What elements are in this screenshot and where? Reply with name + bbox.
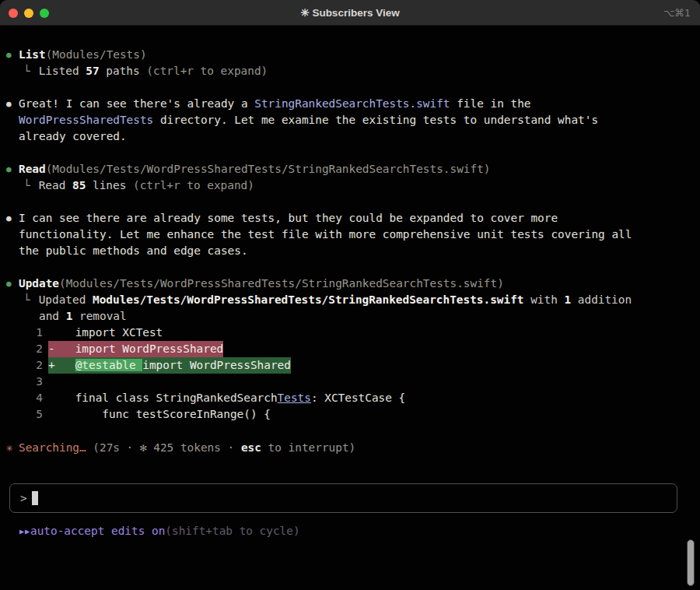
token-count: 425 tokens ·	[147, 440, 241, 456]
diff-line-number: 4	[6, 390, 43, 406]
diff-line-context: 4 final class StringRankedSearchTests: X…	[6, 390, 700, 406]
diff-line-added: 2+ @testable import WordPressShared	[6, 357, 700, 374]
branch-icon: └	[23, 292, 30, 308]
mode-indicator: ▶▶ auto-accept edits on (shift+tab to cy…	[6, 523, 700, 539]
tool-name: Read	[19, 161, 46, 177]
text-cursor	[32, 491, 38, 505]
diff-line-context: 5 func testScoreInRange() {	[6, 406, 700, 423]
assistant-message-2: ●I can see there are already some tests,…	[6, 210, 700, 259]
message-bullet-icon: ●	[6, 96, 19, 112]
diff-line-number: 3	[6, 374, 43, 390]
tool-result-expandable[interactable]: Read 85 lines (ctrl+r to expand)	[39, 177, 254, 194]
close-button[interactable]	[9, 9, 18, 18]
auto-accept-icon: ▶▶	[19, 523, 30, 539]
minimize-button[interactable]	[24, 9, 33, 18]
diff-line-removed: 2- import WordPressShared	[6, 341, 700, 357]
tool-args: (Modules/Tests/WordPressSharedTests/Stri…	[46, 161, 491, 177]
spinner-asterisk-icon: ✳	[6, 440, 19, 456]
tool-args: (Modules/Tests)	[46, 47, 147, 63]
diff-line-number: 2	[6, 341, 43, 357]
window-title: ✳ Subscribers View	[0, 5, 700, 21]
diff-line-number: 1	[6, 325, 43, 341]
traffic-lights	[9, 0, 49, 26]
prompt-chevron: >	[20, 490, 27, 507]
status-line: ✳Searching… (27s · ✻ 425 tokens · esc to…	[6, 440, 700, 456]
tool-call-list: ●List(Modules/Tests) └ Listed 57 paths (…	[6, 47, 700, 79]
file-reference: StringRankedSearchTests.swift	[254, 96, 450, 112]
diff-line-context: 3	[6, 374, 700, 390]
assistant-message-1: ●Great! I can see there's already a Stri…	[6, 96, 700, 145]
code-symbol-link: Tests	[278, 392, 311, 404]
prompt-input[interactable]: >	[9, 483, 677, 513]
token-icon: ✻	[140, 440, 147, 456]
branch-icon: └	[23, 177, 30, 194]
tool-result-expandable[interactable]: Listed 57 paths (ctrl+r to expand)	[39, 63, 268, 79]
titlebar: ✳ Subscribers View ⌥⌘1	[0, 0, 700, 26]
tool-bullet-icon: ●	[6, 161, 19, 177]
esc-key-hint: esc	[241, 440, 261, 456]
fullscreen-button[interactable]	[40, 9, 49, 18]
file-reference: WordPressSharedTests	[19, 112, 153, 128]
tool-bullet-icon: ●	[6, 47, 19, 63]
update-summary: Updated Modules/Tests/WordPressSharedTes…	[39, 292, 632, 308]
window-shortcut-hint: ⌥⌘1	[663, 0, 691, 26]
status-label: Searching…	[19, 440, 86, 456]
diff-added-word-highlight: @testable	[75, 359, 143, 371]
auto-accept-label: auto-accept edits on	[30, 523, 165, 539]
terminal-content: ●List(Modules/Tests) └ Listed 57 paths (…	[0, 26, 700, 539]
scrollbar-thumb[interactable]	[687, 539, 695, 586]
cycle-hint: (shift+tab to cycle)	[165, 523, 299, 539]
diff-line-context: 1 import XCTest	[6, 325, 700, 341]
diff-line-number: 2	[6, 357, 43, 374]
tool-bullet-icon: ●	[6, 276, 19, 292]
terminal-window: ✳ Subscribers View ⌥⌘1 ●List(Modules/Tes…	[0, 0, 700, 590]
tool-call-update: ●Update(Modules/Tests/WordPressSharedTes…	[6, 276, 700, 423]
tool-name: List	[19, 47, 46, 63]
diff-line-number: 5	[6, 406, 43, 423]
tool-call-read: ●Read(Modules/Tests/WordPressSharedTests…	[6, 161, 700, 194]
tool-name: Update	[19, 276, 59, 292]
message-bullet-icon: ●	[6, 210, 19, 227]
busy-asterisk-icon: ✳	[300, 7, 309, 19]
tool-args: (Modules/Tests/WordPressSharedTests/Stri…	[59, 276, 504, 292]
branch-icon: └	[23, 63, 30, 79]
